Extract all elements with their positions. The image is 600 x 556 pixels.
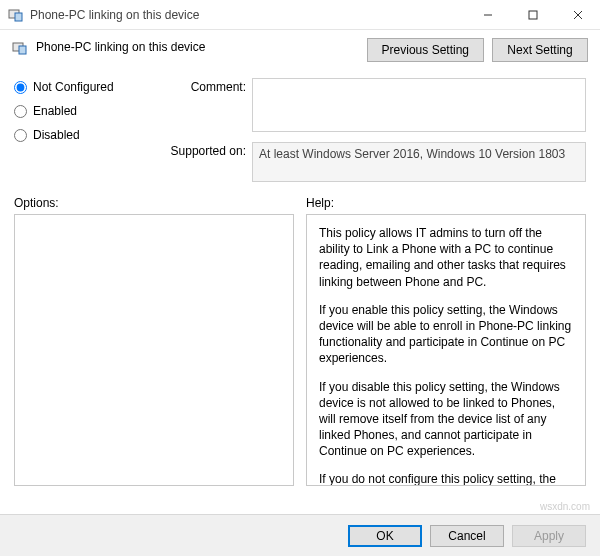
radio-enabled-label: Enabled: [33, 104, 77, 118]
radio-not-configured-input[interactable]: [14, 81, 27, 94]
help-paragraph: If you enable this policy setting, the W…: [319, 302, 573, 367]
supported-on-box: At least Windows Server 2016, Windows 10…: [252, 142, 586, 182]
close-button[interactable]: [555, 0, 600, 29]
policy-icon: [12, 40, 28, 56]
comment-label: Comment:: [160, 78, 246, 94]
policy-title: Phone-PC linking on this device: [36, 38, 359, 54]
window-title: Phone-PC linking on this device: [30, 8, 465, 22]
button-bar: OK Cancel Apply: [0, 514, 600, 556]
help-paragraph: If you do not configure this policy sett…: [319, 471, 573, 486]
radio-disabled-label: Disabled: [33, 128, 80, 142]
help-paragraph: If you disable this policy setting, the …: [319, 379, 573, 460]
titlebar: Phone-PC linking on this device: [0, 0, 600, 30]
header: Phone-PC linking on this device Previous…: [0, 30, 600, 62]
ok-button[interactable]: OK: [348, 525, 422, 547]
help-paragraph: This policy allows IT admins to turn off…: [319, 225, 573, 290]
previous-setting-button[interactable]: Previous Setting: [367, 38, 484, 62]
config-section: Not Configured Enabled Disabled Comment:…: [0, 62, 600, 190]
supported-on-text: At least Windows Server 2016, Windows 10…: [259, 147, 565, 161]
watermark: wsxdn.com: [540, 501, 590, 512]
help-pane[interactable]: This policy allows IT admins to turn off…: [306, 214, 586, 486]
svg-rect-3: [529, 11, 537, 19]
radio-enabled[interactable]: Enabled: [14, 104, 154, 118]
window-controls: [465, 0, 600, 29]
maximize-button[interactable]: [510, 0, 555, 29]
cancel-button[interactable]: Cancel: [430, 525, 504, 547]
radio-not-configured-label: Not Configured: [33, 80, 114, 94]
radio-not-configured[interactable]: Not Configured: [14, 80, 154, 94]
app-icon: [8, 7, 24, 23]
svg-rect-1: [15, 13, 22, 21]
lower-panes: Options: Help: This policy allows IT adm…: [0, 190, 600, 486]
options-pane: [14, 214, 294, 486]
minimize-button[interactable]: [465, 0, 510, 29]
comment-input[interactable]: [252, 78, 586, 132]
apply-button[interactable]: Apply: [512, 525, 586, 547]
radio-enabled-input[interactable]: [14, 105, 27, 118]
help-label: Help:: [306, 196, 586, 210]
supported-on-label: Supported on:: [160, 142, 246, 158]
svg-rect-7: [19, 46, 26, 54]
radio-disabled[interactable]: Disabled: [14, 128, 154, 142]
radio-disabled-input[interactable]: [14, 129, 27, 142]
next-setting-button[interactable]: Next Setting: [492, 38, 588, 62]
options-label: Options:: [14, 196, 294, 210]
